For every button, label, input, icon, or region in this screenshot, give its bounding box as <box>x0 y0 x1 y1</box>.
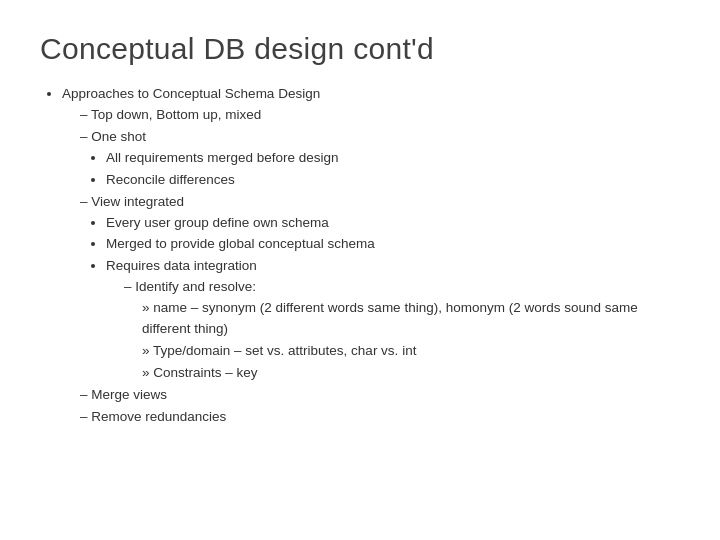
list-item-mergeviews: Merge views <box>80 385 680 406</box>
list-item-requiresdata: Requires data integration Identify and r… <box>106 256 680 384</box>
list-item-typedomain: Type/domain – set vs. attributes, char v… <box>142 341 680 362</box>
list-item-constraints: Constraints – key <box>142 363 680 384</box>
list-item-viewintegrated: View integrated Every user group define … <box>80 192 680 384</box>
list-item-merged: Merged to provide global conceptual sche… <box>106 234 680 255</box>
list-item-removeredundancies: Remove redundancies <box>80 407 680 428</box>
slide-content: Approaches to Conceptual Schema Design T… <box>40 84 680 430</box>
slide-title: Conceptual DB design cont'd <box>40 32 680 66</box>
viewintegrated-list: Every user group define own schema Merge… <box>80 213 680 384</box>
list-item-reconcile: Reconcile differences <box>106 170 680 191</box>
slide: Conceptual DB design cont'd Approaches t… <box>0 0 720 540</box>
list-item-approaches: Approaches to Conceptual Schema Design T… <box>62 84 680 428</box>
list-item-topdown: Top down, Bottom up, mixed <box>80 105 680 126</box>
identify-sublists: name – synonym (2 different words same t… <box>124 298 680 384</box>
list-item-oneshot: One shot All requirements merged before … <box>80 127 680 191</box>
list-item-synonym: name – synonym (2 different words same t… <box>142 298 680 340</box>
identify-list: Identify and resolve: name – synonym (2 … <box>106 277 680 384</box>
approaches-list: Top down, Bottom up, mixed One shot All … <box>62 105 680 428</box>
oneshot-list: All requirements merged before design Re… <box>80 148 680 191</box>
list-item-allreq: All requirements merged before design <box>106 148 680 169</box>
list-item-usergroup: Every user group define own schema <box>106 213 680 234</box>
main-list: Approaches to Conceptual Schema Design T… <box>40 84 680 428</box>
list-item-identify: Identify and resolve: name – synonym (2 … <box>124 277 680 384</box>
